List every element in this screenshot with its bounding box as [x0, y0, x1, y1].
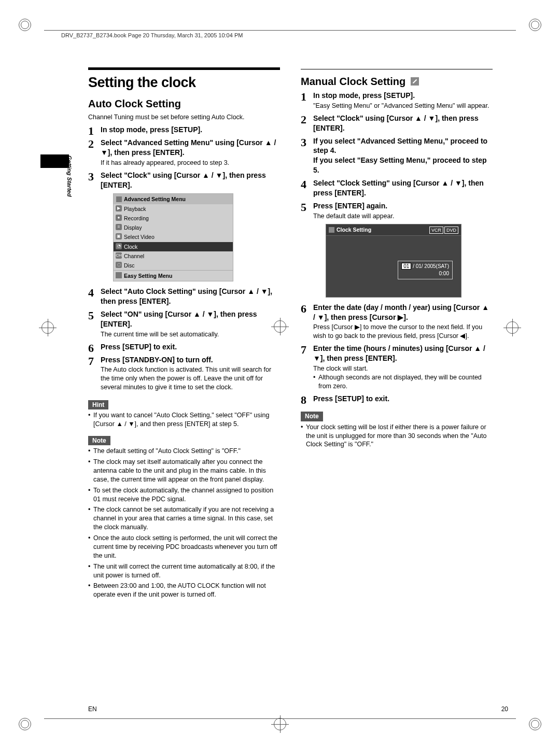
step-item: Select "ON" using [Cursor ▲ / ▼], then p… — [88, 309, 280, 339]
osd-item-icon: ▣ — [116, 233, 122, 239]
note-label: Note — [88, 436, 110, 445]
heading-rule — [88, 67, 280, 70]
note-list-right: Your clock setting will be lost if eithe… — [301, 423, 493, 449]
section-label: Getting Started — [66, 156, 73, 196]
osd-advanced-menu: Advanced Setting Menu ▶Playback●Recordin… — [113, 193, 233, 282]
step-title: Press [SETUP] to exit. — [101, 342, 280, 352]
step-title: In stop mode, press [SETUP]. — [313, 91, 493, 101]
list-item: The clock may set itself automatically a… — [88, 458, 280, 484]
step-item: Select "Clock" using [Cursor ▲ / ▼], the… — [301, 114, 493, 133]
step-body: If it has already appeared, proceed to s… — [101, 159, 280, 167]
footer-page: 20 — [501, 705, 508, 713]
note-label: Note — [301, 412, 323, 421]
osd-date-highlight: 01 — [401, 263, 411, 270]
step-item: Select "Clock" using [Cursor ▲ / ▼], the… — [88, 171, 280, 281]
osd-item-label: Channel — [124, 253, 144, 259]
step-title: Enter the time (hours / minutes) using [… — [313, 344, 493, 363]
osd-menu-item: ▣Select Video — [114, 232, 233, 242]
step-body: The current time will be set automatical… — [101, 330, 280, 339]
crop-mark-icon — [529, 718, 541, 730]
osd-mode-tag: DVD — [444, 227, 458, 234]
manual-page: DRV_B2737_B2734.book Page 20 Thursday, M… — [0, 0, 560, 749]
step-body: The Auto clock function is activated. Th… — [101, 365, 280, 392]
section-tab — [40, 154, 69, 168]
step-title: Press [STANDBY-ON] to turn off. — [101, 355, 280, 365]
register-mark-icon — [41, 321, 54, 334]
osd-time-line: 0:00 — [401, 270, 449, 277]
osd-item-icon: ◔ — [116, 243, 122, 249]
osd-menu-item: ◌Disc — [114, 261, 233, 270]
step-title: If you select "Advanced Setting Menu," p… — [313, 136, 493, 176]
step-title: Press [SETUP] to exit. — [313, 394, 493, 404]
subheading-text: Manual Clock Setting — [301, 76, 405, 87]
running-head: DRV_B2737_B2734.book Page 20 Thursday, M… — [61, 32, 243, 38]
list-item: Your clock setting will be lost if eithe… — [301, 423, 493, 449]
hint-list: If you want to cancel "Auto Clock Settin… — [88, 411, 280, 429]
step-title: Select "Advanced Setting Menu" using [Cu… — [101, 138, 280, 158]
list-item: Although seconds are not displayed, they… — [313, 373, 493, 391]
osd-item-icon: ◌ — [116, 262, 122, 268]
list-item: The clock cannot be set automatically if… — [88, 505, 280, 532]
osd-clock-setting: Clock Setting VCRDVD 01 / 01/ 2005(SAT) … — [326, 224, 461, 298]
osd-menu-item: ≡Display — [114, 223, 233, 232]
osd-menu-item: ●Recording — [114, 214, 233, 223]
step-item: Press [SETUP] to exit. — [301, 394, 493, 404]
step-body: The clock will start. — [313, 364, 493, 373]
osd-item-label: Select Video — [124, 234, 155, 240]
osd-item-label: Display — [124, 224, 142, 231]
osd-item-icon: ● — [116, 215, 122, 221]
list-item: The default setting of "Auto Clock Setti… — [88, 447, 280, 456]
intro-text: Channel Tuning must be set before settin… — [88, 113, 280, 122]
step-title: Select "Auto Clock Setting" using [Curso… — [101, 287, 280, 306]
osd-header-text: Advanced Setting Menu — [124, 196, 186, 202]
osd-footer-text: Easy Setting Menu — [124, 273, 172, 279]
step-item: In stop mode, press [SETUP]. "Easy Setti… — [301, 91, 493, 110]
osd-item-label: Disc — [124, 262, 134, 268]
osd-menu-item: ▶Playback — [114, 204, 233, 214]
step-item: Select "Auto Clock Setting" using [Curso… — [88, 287, 280, 306]
content-columns: Setting the clock Auto Clock Setting Cha… — [88, 67, 508, 601]
step-item: In stop mode, press [SETUP]. — [88, 125, 280, 135]
osd-mode-tag: VCR — [429, 227, 443, 234]
crop-mark-icon — [529, 19, 541, 31]
osd-item-icon: ▶ — [116, 205, 122, 211]
step-item: Press [STANDBY-ON] to turn off. The Auto… — [88, 355, 280, 392]
page-rule — [44, 718, 516, 719]
osd-item-label: Recording — [124, 215, 149, 221]
osd-date-box: 01 / 01/ 2005(SAT) 0:00 — [398, 261, 453, 279]
step-item: Select "Clock Setting" using [Cursor ▲ /… — [301, 178, 493, 198]
hint-label: Hint — [88, 400, 108, 409]
heading-rule — [301, 69, 493, 69]
step-item: Press [ENTER] again. The default date wi… — [301, 201, 493, 298]
step-title: In stop mode, press [SETUP]. — [101, 125, 280, 135]
easy-menu-icon — [116, 272, 122, 278]
list-item: Between 23:00 and 1:00, the AUTO CLOCK f… — [88, 582, 280, 599]
register-mark-icon — [274, 718, 286, 730]
step-title: Select "Clock Setting" using [Cursor ▲ /… — [313, 178, 493, 198]
step-bullets: Although seconds are not displayed, they… — [313, 373, 493, 391]
osd-item-label: Playback — [124, 206, 146, 212]
step-item: Enter the date (day / month / year) usin… — [301, 303, 493, 341]
page-title: Setting the clock — [88, 73, 280, 92]
page-footer: EN 20 — [88, 705, 508, 713]
list-item: To set the clock automatically, the chan… — [88, 486, 280, 504]
osd-menu-item: CHChannel — [114, 251, 233, 261]
list-item: Once the auto clock setting is performed… — [88, 534, 280, 560]
step-body: Press [Cursor ▶] to move the cursor to t… — [313, 323, 493, 341]
step-title: Press [ENTER] again. — [313, 201, 493, 211]
step-item: If you select "Advanced Setting Menu," p… — [301, 136, 493, 176]
subheading-manual: Manual Clock Setting — [301, 75, 493, 89]
osd-item-label: Clock — [124, 244, 137, 250]
note-list-left: The default setting of "Auto Clock Setti… — [88, 447, 280, 599]
list-item: The unit will correct the current time a… — [88, 562, 280, 580]
footer-lang: EN — [88, 705, 97, 713]
step-title: Select "Clock" using [Cursor ▲ / ▼], the… — [313, 114, 493, 133]
step-item: Press [SETUP] to exit. — [88, 342, 280, 352]
osd-menu-item: ◔Clock — [114, 242, 233, 251]
step-body: The default date will appear. — [313, 212, 493, 221]
subheading-auto: Auto Clock Setting — [88, 97, 280, 111]
osd-date-rest: / 01/ 2005(SAT) — [411, 263, 449, 269]
step-body: "Easy Setting Menu" or "Advanced Setting… — [313, 102, 493, 110]
step-title: Select "ON" using [Cursor ▲ / ▼], then p… — [101, 309, 280, 329]
step-title: Select "Clock" using [Cursor ▲ / ▼], the… — [101, 171, 280, 190]
